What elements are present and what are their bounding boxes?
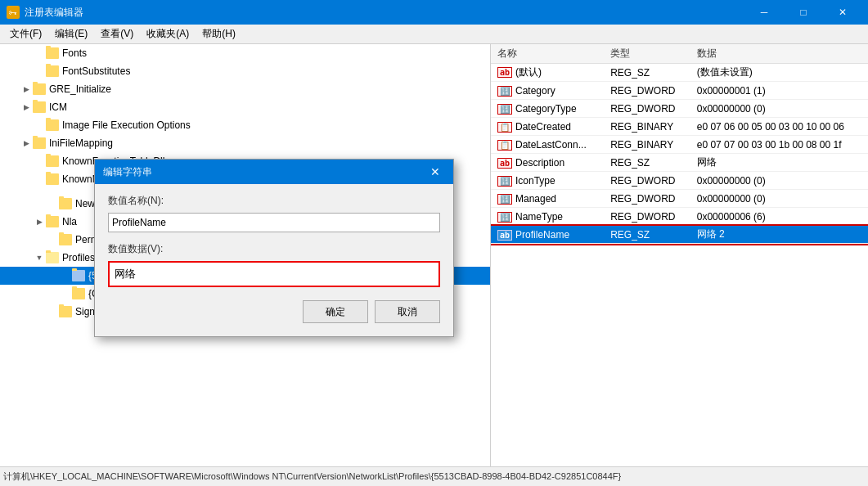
folder-icon [72,288,85,299]
cell-name: abDescription [491,154,604,172]
table-row[interactable]: abDescription REG_SZ 网络 [491,154,868,172]
expand-icon: ▶ [20,101,33,114]
cell-data: 0x00000000 (0) [690,190,868,208]
tree-item-fontsubstitutes[interactable]: FontSubstitutes [0,62,490,80]
cell-name: 📋DateCreated [491,118,604,136]
tree-item-fonts[interactable]: Fonts [0,44,490,62]
cell-data: 0x00000000 (0) [690,100,868,118]
menu-file[interactable]: 文件(F) [3,25,48,43]
tree-item-inifile[interactable]: ▶ IniFileMapping [0,134,490,152]
table-row[interactable]: 🔢NameType REG_DWORD 0x00000006 (6) [491,208,868,226]
cell-type: REG_DWORD [604,172,690,190]
cell-data: 网络 [690,154,868,172]
cell-name: 🔢IconType [491,172,604,190]
status-text: 计算机\HKEY_LOCAL_MACHINE\SOFTWARE\Microsof… [3,470,621,483]
value-label: 数值数据(V): [108,242,440,256]
expand-icon [33,47,46,60]
cancel-button[interactable]: 取消 [375,300,440,323]
table-row[interactable]: 📋DateCreated REG_BINARY e0 07 06 00 05 0… [491,118,868,136]
cell-name: 🔢NameType [491,208,604,226]
expand-icon: ▶ [20,137,33,150]
close-button[interactable]: ✕ [824,0,861,25]
dialog-title-bar: 编辑字符串 ✕ [95,160,453,184]
expand-icon [59,269,72,282]
cell-type: REG_SZ [604,64,690,82]
name-input[interactable] [108,213,440,232]
cell-type: REG_DWORD [604,100,690,118]
table-row[interactable]: 🔢Managed REG_DWORD 0x00000000 (0) [491,190,868,208]
expand-icon: ▶ [20,83,33,96]
col-data: 数据 [690,44,868,64]
dialog-title-text: 编辑字符串 [103,165,152,179]
window-title: 注册表编辑器 [25,6,83,20]
right-panel: 名称 类型 数据 ab(默认) REG_SZ (数值未设置) 🔢Category… [491,44,868,466]
folder-icon [33,137,46,149]
table-row[interactable]: ab(默认) REG_SZ (数值未设置) [491,64,868,82]
main-layout: Fonts FontSubstitutes ▶ GRE_Initialize ▶… [0,44,868,466]
expand-icon: ▶ [33,215,46,228]
table-row[interactable]: 📋DateLastConn... REG_BINARY e0 07 07 00 … [491,136,868,154]
folder-icon [46,119,59,131]
value-input[interactable] [108,261,440,287]
folder-icon [33,101,46,113]
tree-label: Nla [62,216,77,227]
cell-data: 0x00000001 (1) [690,82,868,100]
tree-item-gre[interactable]: ▶ GRE_Initialize [0,80,490,98]
dialog-close-button[interactable]: ✕ [425,162,445,182]
menu-favorites[interactable]: 收藏夹(A) [140,25,196,43]
folder-icon [59,306,72,317]
title-bar: 🗝 注册表编辑器 ─ □ ✕ [0,0,868,25]
table-row[interactable]: 🔢IconType REG_DWORD 0x00000000 (0) [491,172,868,190]
cell-type: REG_BINARY [604,118,690,136]
cell-name: 🔢CategoryType [491,100,604,118]
col-type: 类型 [604,44,690,64]
tree-item-imagefileexecution[interactable]: Image File Execution Options [0,116,490,134]
cell-type: REG_DWORD [604,190,690,208]
expand-icon [33,155,46,168]
status-bar: 计算机\HKEY_LOCAL_MACHINE\SOFTWARE\Microsof… [0,466,868,486]
tree-item-icm[interactable]: ▶ ICM [0,98,490,116]
cell-data: e0 07 06 00 05 00 03 00 10 00 06 [690,118,868,136]
cell-data: 0x00000000 (0) [690,172,868,190]
expand-icon [46,305,59,318]
menu-help[interactable]: 帮助(H) [196,25,242,43]
menu-bar: 文件(F) 编辑(E) 查看(V) 收藏夹(A) 帮助(H) [0,25,868,44]
folder-icon [46,65,59,77]
cell-type: REG_DWORD [604,82,690,100]
expand-icon [33,119,46,132]
tree-label: Fonts [62,47,87,59]
app-icon: 🗝 [7,6,20,19]
tree-label: IniFileMapping [49,137,113,149]
cell-name: 🔢Managed [491,190,604,208]
tree-label: Image File Execution Options [62,119,191,131]
window-controls: ─ □ ✕ [745,0,861,25]
minimize-button[interactable]: ─ [745,0,783,25]
expand-icon [33,65,46,78]
cell-data: 0x00000006 (6) [690,208,868,226]
menu-view[interactable]: 查看(V) [94,25,140,43]
cell-type: REG_BINARY [604,136,690,154]
table-row[interactable]: 🔢Category REG_DWORD 0x00000001 (1) [491,82,868,100]
table-row[interactable]: abProfileName REG_SZ 网络 2 [491,226,868,244]
folder-icon [46,252,59,263]
table-row[interactable]: 🔢CategoryType REG_DWORD 0x00000000 (0) [491,100,868,118]
maximize-button[interactable]: □ [785,0,822,25]
cell-name: ab(默认) [491,64,604,82]
edit-string-dialog: 编辑字符串 ✕ 数值名称(N): 数值数据(V): 确定 取消 [94,159,454,337]
folder-icon [46,173,59,185]
cell-type: REG_DWORD [604,208,690,226]
name-label: 数值名称(N): [108,194,440,208]
folder-icon [46,216,59,227]
ok-button[interactable]: 确定 [303,300,368,323]
expand-icon [33,173,46,186]
tree-label: ICM [49,101,67,113]
folder-icon [72,270,85,281]
cell-name: abProfileName [491,226,604,244]
cell-data: 网络 2 [690,226,868,244]
expand-icon [46,233,59,246]
folder-icon [59,234,72,245]
menu-edit[interactable]: 编辑(E) [48,25,94,43]
dialog-buttons: 确定 取消 [108,300,440,323]
cell-type: REG_SZ [604,226,690,244]
tree-label: GRE_Initialize [49,83,111,95]
